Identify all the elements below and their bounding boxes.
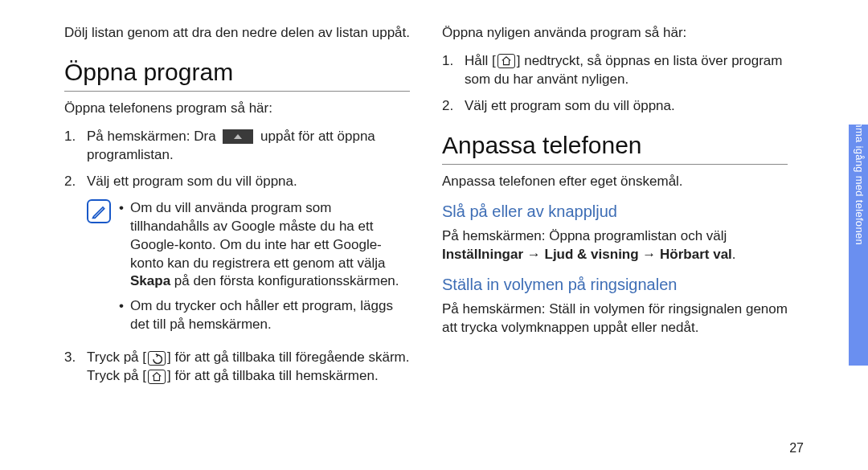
paragraph: Öppna telefonens program så här: — [64, 100, 410, 118]
paragraph: På hemskärmen: Ställ in volymen för ring… — [442, 300, 788, 337]
step-item: Håll [] nedtryckt, så öppnas en lista öv… — [442, 52, 788, 89]
steps-list: På hemskärmen: Dra uppåt för att öppna p… — [64, 128, 410, 191]
step-text: ] för att gå tillbaka till hemskärmen. — [167, 368, 379, 383]
steps-list: Håll [] nedtryckt, så öppnas en lista öv… — [442, 52, 788, 116]
paragraph: Anpassa telefonen efter eget önskemål. — [442, 173, 788, 191]
menu-path: Inställningar → Ljud & visning → Hörbart… — [442, 247, 732, 262]
heading-open-programs: Öppna program — [64, 59, 410, 86]
para-text: På hemskärmen: Öppna programlistan och v… — [442, 228, 727, 243]
paragraph: På hemskärmen: Öppna programlistan och v… — [442, 227, 788, 264]
page-content: Dölj listan genom att dra den nedre dele… — [0, 0, 868, 470]
step-text: På hemskärmen: Dra — [87, 129, 219, 144]
back-icon — [148, 351, 166, 366]
subheading-key-sound: Slå på eller av knappljud — [442, 202, 788, 221]
step-item: På hemskärmen: Dra uppåt för att öppna p… — [64, 128, 410, 165]
page-number: 27 — [789, 441, 804, 456]
bullet-text: på den första konfigurationsskärmen. — [170, 273, 399, 288]
note-icon — [87, 199, 111, 223]
heading-rule — [442, 164, 788, 165]
step-text: Håll [ — [465, 53, 496, 68]
bullet-item: Om du trycker och håller ett program, lä… — [119, 297, 410, 334]
heading-customize-phone: Anpassa telefonen — [442, 132, 788, 159]
drag-up-icon — [223, 129, 253, 144]
note-bullets: Om du vill använda program som tillhanda… — [119, 199, 410, 341]
side-tab-label: Komma igång med telefonen — [854, 105, 866, 245]
step-item: Välj ett program som du vill öppna. — [64, 173, 410, 191]
note-block: Om du vill använda program som tillhanda… — [87, 199, 410, 341]
paragraph: Dölj listan genom att dra den nedre dele… — [64, 24, 410, 43]
para-text: . — [732, 247, 736, 262]
right-column: Öppna nyligen använda program så här: Hå… — [442, 24, 788, 446]
step-item: Tryck på [] för att gå tillbaka till för… — [64, 349, 410, 386]
home-icon — [497, 54, 515, 68]
subheading-ring-volume: Ställa in volymen på ringsignalen — [442, 276, 788, 294]
bullet-item: Om du vill använda program som tillhanda… — [119, 199, 410, 292]
left-column: Dölj listan genom att dra den nedre dele… — [64, 24, 410, 446]
heading-rule — [64, 91, 410, 92]
bullet-text: Om du vill använda program som tillhanda… — [130, 200, 386, 271]
bold-word: Skapa — [130, 273, 170, 288]
steps-list-cont: Tryck på [] för att gå tillbaka till för… — [64, 349, 410, 386]
home-icon — [148, 370, 166, 384]
paragraph: Öppna nyligen använda program så här: — [442, 24, 788, 43]
step-item: Välj ett program som du vill öppna. — [442, 97, 788, 116]
step-text: Tryck på [ — [87, 349, 146, 365]
